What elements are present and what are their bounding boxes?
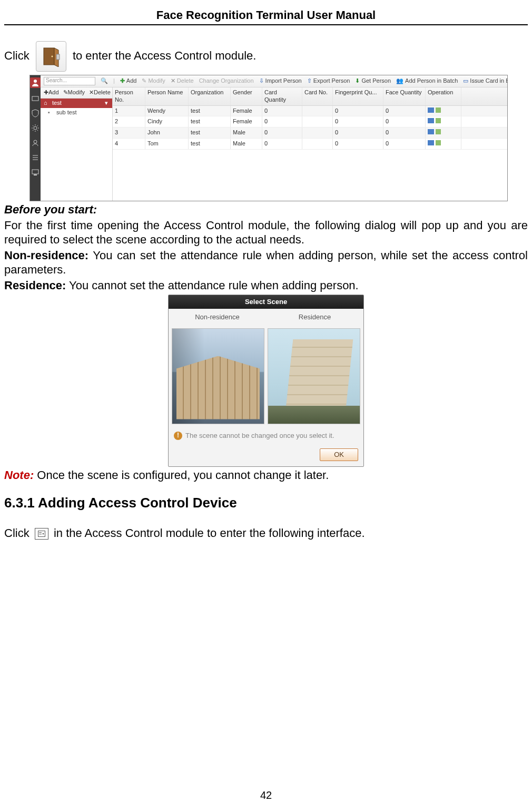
- svg-point-7: [34, 140, 37, 143]
- svg-point-4: [34, 80, 37, 83]
- table-row[interactable]: 4TomtestMale000: [113, 139, 508, 150]
- screenshot-app: Search... 🔍 | ✚Add ✎Modify ✕Delete Chang…: [29, 75, 508, 201]
- screenshot-select-scene: Select Scene Non-residence Residence ! T…: [168, 295, 364, 467]
- svg-rect-8: [32, 170, 38, 174]
- rail-list-icon[interactable]: [31, 153, 40, 162]
- tree-modify-button[interactable]: ✎Modify: [63, 89, 85, 96]
- section-heading: 6.3.1 Adding Access Control Device: [4, 494, 528, 512]
- col-card-quantity[interactable]: Card Quantity: [262, 87, 302, 105]
- door-icon: [36, 41, 66, 72]
- card-reader-icon: [35, 528, 48, 540]
- search-glass-icon[interactable]: 🔍: [101, 77, 108, 85]
- get-person-button[interactable]: ⬇Get Person: [355, 77, 391, 85]
- col-operation[interactable]: Operation: [426, 87, 461, 105]
- rail-user-icon[interactable]: [31, 139, 40, 147]
- header-rule: [4, 24, 528, 25]
- page-header: Face Recognition Terminal User Manual: [4, 5, 528, 24]
- tree-delete-button[interactable]: ✕Delete: [89, 89, 111, 96]
- tree-add-button[interactable]: ✚Add: [44, 89, 59, 96]
- delete-button[interactable]: ✕Delete: [171, 77, 194, 85]
- nonres-label: Non-residence:: [4, 249, 88, 262]
- col-gender[interactable]: Gender: [231, 87, 262, 105]
- click-text-1b: to enter the Access Control module.: [73, 49, 257, 62]
- note-label: Note:: [4, 468, 34, 482]
- dialog-warning-text: The scene cannot be changed once you sel…: [185, 432, 334, 440]
- edit-row-icon[interactable]: [428, 107, 434, 113]
- ok-button[interactable]: OK: [320, 448, 358, 461]
- thumb-nonresidence[interactable]: [172, 328, 264, 424]
- thumb-residence[interactable]: [268, 328, 360, 424]
- edit-row-icon[interactable]: [428, 129, 434, 134]
- svg-rect-3: [56, 54, 60, 60]
- edit-row-icon[interactable]: [428, 140, 434, 145]
- add-batch-button[interactable]: 👥Add Person in Batch: [396, 77, 458, 85]
- view-row-icon[interactable]: [436, 140, 441, 145]
- change-org-button[interactable]: Change Organization: [199, 77, 254, 85]
- click-text-2b: in the Access Control module to enter th…: [54, 526, 365, 540]
- tree-child[interactable]: sub test: [41, 108, 112, 118]
- col-face-quantity[interactable]: Face Quantity: [383, 87, 426, 105]
- export-person-button[interactable]: ⇧Export Person: [307, 77, 350, 85]
- click-text-2a: Click: [4, 526, 33, 540]
- col-organization[interactable]: Organization: [189, 87, 231, 105]
- click-text-1a: Click: [4, 49, 33, 62]
- svg-point-2: [51, 56, 53, 57]
- search-input[interactable]: Search...: [44, 77, 95, 85]
- org-tree: ✚Add ✎Modify ✕Delete test sub test: [41, 87, 113, 201]
- click-line-2: Click in the Access Control module to en…: [4, 526, 528, 541]
- view-row-icon[interactable]: [436, 107, 441, 113]
- col-card-no[interactable]: Card No.: [302, 87, 333, 105]
- note-text: Once the scene is configured, you cannot…: [34, 468, 329, 482]
- tab-nonresidence[interactable]: Non-residence: [169, 309, 266, 326]
- svg-rect-12: [39, 532, 42, 533]
- svg-point-6: [34, 126, 37, 130]
- table-row[interactable]: 3JohntestMale000: [113, 128, 508, 139]
- click-line-1: Click to enter the Access Control module…: [4, 41, 528, 72]
- res-line: Residence: You cannot set the attendance…: [4, 278, 528, 293]
- rail-card-icon[interactable]: [31, 94, 40, 103]
- top-toolbar: Search... 🔍 | ✚Add ✎Modify ✕Delete Chang…: [41, 75, 508, 87]
- rail-device-icon[interactable]: [31, 168, 40, 177]
- before-you-start: Before you start:: [4, 202, 528, 217]
- res-label: Residence:: [4, 279, 66, 292]
- table-row[interactable]: 1WendytestFemale000: [113, 106, 508, 117]
- modify-button[interactable]: ✎Modify: [142, 77, 165, 85]
- res-text: You cannot set the attendance rule when …: [66, 279, 358, 292]
- tree-root[interactable]: test: [41, 99, 112, 108]
- add-button[interactable]: ✚Add: [120, 77, 137, 85]
- svg-rect-13: [39, 534, 42, 534]
- dialog-title: Select Scene: [169, 295, 363, 309]
- edit-row-icon[interactable]: [428, 118, 434, 123]
- col-person-name[interactable]: Person Name: [145, 87, 189, 105]
- svg-rect-9: [34, 174, 37, 175]
- import-person-button[interactable]: ⇩Import Person: [259, 77, 302, 85]
- warning-icon: !: [174, 432, 182, 440]
- rail-person-icon[interactable]: [30, 77, 41, 88]
- nav-rail: [30, 75, 41, 201]
- note-line: Note: Once the scene is configured, you …: [4, 468, 528, 483]
- page-number: 42: [0, 789, 532, 801]
- bys-text: For the first time opening the Access Co…: [4, 218, 528, 247]
- nonres-line: Non-residence: You can set the attendanc…: [4, 248, 528, 277]
- person-grid: Person No. Person Name Organization Gend…: [113, 87, 508, 201]
- issue-card-batch-button[interactable]: ▭Issue Card in Batch: [463, 77, 508, 85]
- view-row-icon[interactable]: [436, 129, 441, 134]
- svg-point-11: [42, 533, 44, 535]
- rail-shield-icon[interactable]: [31, 109, 40, 118]
- tab-residence[interactable]: Residence: [266, 309, 363, 326]
- svg-rect-5: [32, 96, 38, 101]
- dialog-warning: ! The scene cannot be changed once you s…: [169, 426, 363, 445]
- col-fingerprint-qty[interactable]: Fingerprint Qu...: [333, 87, 383, 105]
- view-row-icon[interactable]: [436, 118, 441, 123]
- grid-header: Person No. Person Name Organization Gend…: [113, 87, 508, 106]
- rail-gear-icon[interactable]: [31, 124, 40, 132]
- col-person-no[interactable]: Person No.: [113, 87, 145, 105]
- table-row[interactable]: 2CindytestFemale000: [113, 116, 508, 128]
